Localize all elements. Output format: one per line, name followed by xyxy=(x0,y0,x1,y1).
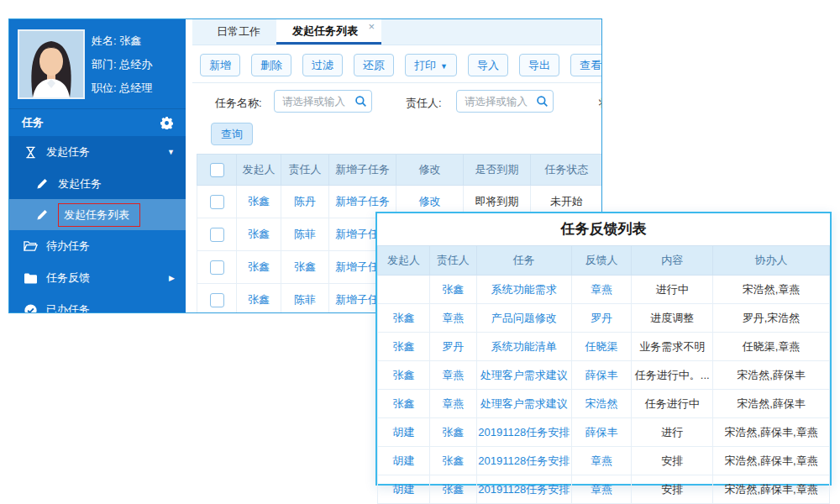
feedback-person-cell[interactable]: 章燕 xyxy=(571,447,632,475)
owner-cell[interactable]: 张鑫 xyxy=(281,251,329,284)
sidebar-item-todo-tasks[interactable]: 待办任务 xyxy=(9,230,186,262)
initiator-cell[interactable]: 张鑫 xyxy=(378,361,430,390)
task-link[interactable]: 系统功能清单 xyxy=(476,333,571,361)
tab-initiate-task-list[interactable]: 发起任务列表 × xyxy=(276,19,381,45)
sidebar-item-label: 任务反馈 xyxy=(46,270,90,286)
feedback-person-cell[interactable]: 薛保丰 xyxy=(571,418,632,447)
query-row: 查询 xyxy=(192,123,601,154)
owner-cell[interactable]: 张鑫 xyxy=(429,475,476,504)
initiator-cell[interactable]: 张鑫 xyxy=(378,304,430,333)
initiator-cell[interactable]: 胡建 xyxy=(378,475,430,504)
owner-cell[interactable]: 陈丹 xyxy=(281,186,329,218)
user-department: 部门: 总经办 xyxy=(92,53,152,76)
feedback-person-cell[interactable]: 章燕 xyxy=(571,475,632,504)
filter-button[interactable]: 过滤 xyxy=(302,54,343,76)
feedback-person-cell[interactable]: 宋浩然 xyxy=(571,390,632,418)
add-button[interactable]: 新增 xyxy=(200,54,240,76)
avatar-portrait-image xyxy=(19,31,83,97)
task-link[interactable]: 系统功能需求 xyxy=(476,276,571,304)
row-checkbox[interactable] xyxy=(210,260,224,275)
sidebar-item-label: 已办任务 xyxy=(46,302,90,312)
chevron-right-icon: ▶ xyxy=(169,275,175,282)
initiator-cell[interactable]: 张鑫 xyxy=(237,218,281,251)
owner-cell[interactable]: 张鑫 xyxy=(429,418,476,447)
import-button[interactable]: 导入 xyxy=(468,54,508,76)
sidebar-item-initiate-task-list[interactable]: 发起任务列表 xyxy=(9,199,186,230)
co-organizer-cell: 宋浩然,章燕 xyxy=(713,276,830,304)
pencil-icon xyxy=(34,178,50,190)
initiator-cell[interactable]: 张鑫 xyxy=(237,251,281,284)
column-header: 协办人 xyxy=(713,246,830,276)
initiator-cell[interactable]: 张鑫 xyxy=(378,333,430,361)
sidebar-item-initiate-task[interactable]: 发起任务 xyxy=(9,168,186,199)
owner-field[interactable] xyxy=(456,90,554,113)
feedback-person-cell[interactable]: 罗丹 xyxy=(571,304,632,333)
owner-cell[interactable]: 章燕 xyxy=(429,390,476,418)
initiator-cell[interactable]: 张鑫 xyxy=(237,284,281,313)
sidebar-item-done-tasks[interactable]: 已办任务 xyxy=(9,294,186,312)
column-header: 责任人 xyxy=(281,155,329,186)
content-cell: 进度调整 xyxy=(632,304,713,333)
initiator-cell[interactable]: 张鑫 xyxy=(378,390,430,418)
close-icon[interactable]: × xyxy=(368,20,375,33)
task-name-field[interactable] xyxy=(274,90,372,113)
print-dropdown-button[interactable]: 打印▼ xyxy=(405,54,457,76)
delete-button[interactable]: 删除 xyxy=(251,54,291,76)
feedback-row: 胡建 张鑫 20191128任务安排 章燕 安排 宋浩然,薛保丰,章燕 xyxy=(378,475,830,504)
tab-daily-work[interactable]: 日常工作 xyxy=(201,19,276,45)
initiator-cell[interactable]: 胡建 xyxy=(378,447,430,475)
tab-label: 发起任务列表 xyxy=(292,24,358,39)
sidebar-item-label: 发起任务列表 xyxy=(64,208,129,221)
select-all-checkbox[interactable] xyxy=(210,163,224,177)
owner-cell[interactable]: 张鑫 xyxy=(429,276,476,304)
feedback-person-cell[interactable]: 任晓渠 xyxy=(571,333,632,361)
toolbar: 新增 删除 过滤 还原 打印▼ 导入 导出 查看日志 xyxy=(192,45,601,83)
tab-label: 日常工作 xyxy=(217,24,260,39)
sidebar: 姓名: 张鑫 部门: 总经办 职位: 总经理 任务 发起任务 ▼ xyxy=(9,19,186,312)
export-button[interactable]: 导出 xyxy=(519,54,559,76)
task-link[interactable]: 处理客户需求建议 xyxy=(476,390,571,418)
row-checkbox[interactable] xyxy=(210,228,224,242)
owner-cell[interactable]: 陈菲 xyxy=(281,218,329,251)
task-name-input[interactable] xyxy=(281,95,354,108)
task-link[interactable]: 20191128任务安排 xyxy=(476,447,571,475)
initiator-cell[interactable] xyxy=(378,276,430,304)
user-card: 姓名: 张鑫 部门: 总经办 职位: 总经理 xyxy=(9,19,186,108)
task-link[interactable]: 产品问题修改 xyxy=(476,304,571,333)
owner-cell[interactable]: 章燕 xyxy=(429,361,476,390)
chevron-down-icon: ▼ xyxy=(167,149,175,156)
owner-cell[interactable]: 罗丹 xyxy=(429,333,476,361)
search-icon[interactable] xyxy=(354,95,367,108)
view-log-button[interactable]: 查看日志 xyxy=(570,54,601,76)
initiator-cell[interactable]: 胡建 xyxy=(378,418,430,447)
content-cell: 进行 xyxy=(632,418,713,447)
column-header: 内容 xyxy=(632,246,713,276)
search-icon[interactable] xyxy=(536,95,549,108)
task-link[interactable]: 20191128任务安排 xyxy=(476,475,571,504)
feedback-row: 张鑫 系统功能需求 章燕 进行中 宋浩然,章燕 xyxy=(378,276,830,304)
chevron-down-icon: ▼ xyxy=(440,62,448,71)
filter-row: 任务名称: 责任人: 状态: xyxy=(192,83,601,123)
feedback-person-cell[interactable]: 薛保丰 xyxy=(571,361,632,390)
owner-cell[interactable]: 陈菲 xyxy=(281,284,329,313)
owner-cell[interactable]: 张鑫 xyxy=(429,447,476,475)
initiator-cell[interactable]: 张鑫 xyxy=(237,186,281,218)
column-header: 任务 xyxy=(476,246,571,276)
query-button[interactable]: 查询 xyxy=(211,123,253,145)
sidebar-section-tasks: 任务 xyxy=(9,108,186,136)
row-checkbox[interactable] xyxy=(210,195,224,209)
owner-cell[interactable]: 章燕 xyxy=(429,304,476,333)
restore-button[interactable]: 还原 xyxy=(354,54,394,76)
task-link[interactable]: 20191128任务安排 xyxy=(476,418,571,447)
feedback-row: 张鑫 章燕 产品问题修改 罗丹 进度调整 罗丹,宋浩然 xyxy=(378,304,830,333)
owner-input[interactable] xyxy=(463,95,536,108)
task-link[interactable]: 处理客户需求建议 xyxy=(476,361,571,390)
row-checkbox[interactable] xyxy=(210,293,224,307)
gear-icon[interactable] xyxy=(160,117,173,129)
sidebar-item-task-feedback[interactable]: 任务反馈 ▶ xyxy=(9,262,186,294)
sidebar-item-initiate-task-group[interactable]: 发起任务 ▼ xyxy=(9,136,186,168)
column-header: 发起人 xyxy=(237,155,281,186)
feedback-person-cell[interactable]: 章燕 xyxy=(571,276,632,304)
content-cell: 安排 xyxy=(632,475,713,504)
sidebar-item-label: 发起任务 xyxy=(58,176,102,192)
